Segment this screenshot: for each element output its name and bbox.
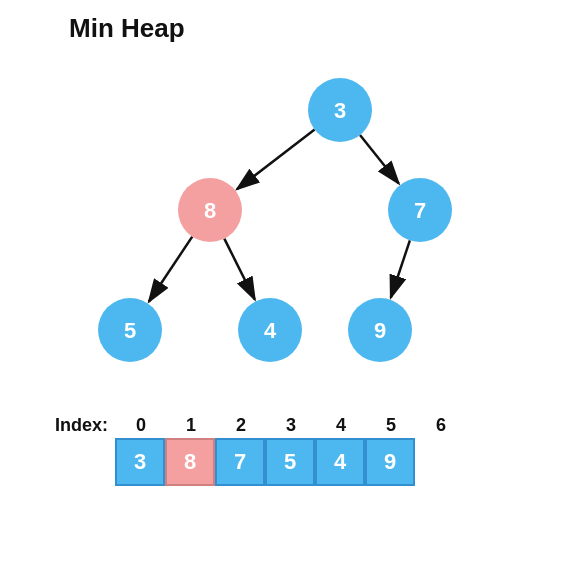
- svg-text:3: 3: [334, 98, 346, 123]
- svg-text:8: 8: [204, 198, 216, 223]
- array-cell: 4: [315, 438, 365, 486]
- array-index: 1: [166, 415, 216, 436]
- svg-text:5: 5: [124, 318, 136, 343]
- tree-node: 9: [348, 298, 412, 362]
- tree-node: 8: [178, 178, 242, 242]
- array-index: 4: [316, 415, 366, 436]
- array-section: Index: 0123456 387549: [55, 415, 466, 486]
- tree-node: 3: [308, 78, 372, 142]
- tree-edge: [149, 237, 192, 302]
- array-index: 6: [416, 415, 466, 436]
- array-cell: 7: [215, 438, 265, 486]
- array-index: 2: [216, 415, 266, 436]
- array-cell: 5: [265, 438, 315, 486]
- tree-node: 4: [238, 298, 302, 362]
- svg-text:9: 9: [374, 318, 386, 343]
- tree-edge: [360, 135, 399, 183]
- tree-node: 5: [98, 298, 162, 362]
- array-index: 0: [116, 415, 166, 436]
- tree-edge: [237, 130, 315, 190]
- array-cell: 9: [365, 438, 415, 486]
- page-title: Min Heap: [69, 13, 185, 44]
- tree-svg: 387549: [0, 55, 575, 415]
- array-cell: 8: [165, 438, 215, 486]
- tree-edge: [391, 240, 410, 297]
- tree-container: 387549: [0, 55, 575, 415]
- index-label: Index:: [55, 415, 108, 436]
- array-index: 3: [266, 415, 316, 436]
- tree-edge: [224, 239, 254, 300]
- svg-text:4: 4: [264, 318, 277, 343]
- svg-text:7: 7: [414, 198, 426, 223]
- tree-node: 7: [388, 178, 452, 242]
- array-cell: 3: [115, 438, 165, 486]
- array-index: 5: [366, 415, 416, 436]
